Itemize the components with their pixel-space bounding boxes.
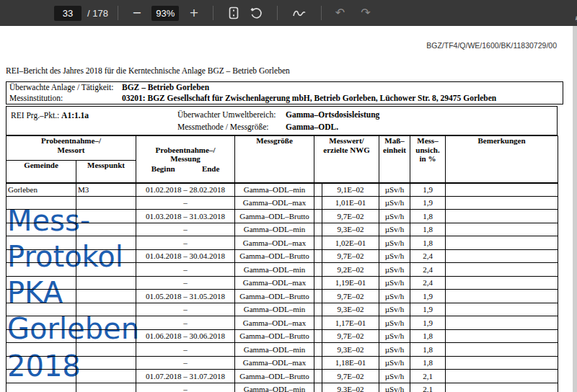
cell-messpunkt — [76, 370, 136, 383]
clipped-toolbar-icon[interactable]: ↯ — [574, 14, 577, 25]
cell-gemeinde — [6, 356, 76, 370]
header-bemerkungen: Bemerkungen — [446, 136, 558, 183]
cell-gemeinde — [6, 329, 76, 343]
cell-unsicherheit: 1,9 — [410, 196, 446, 210]
cell-gemeinde — [6, 316, 76, 330]
cell-gemeinde — [6, 370, 76, 383]
table-row: –Gamma–ODL–max1,19E–01µSv/h2,4 — [6, 276, 558, 290]
cell-messwert: 1,17E–01 — [322, 316, 379, 330]
prg-value: A1:1.1a — [61, 111, 89, 120]
cell-unsicherheit: 2,4 — [410, 276, 446, 290]
cell-messwert: 9,3E–02 — [322, 303, 379, 316]
header-probeentnahme-messort: Probeentnahme–/ Messort — [6, 136, 136, 161]
header-ende: Ende — [202, 164, 219, 174]
zoom-out-button[interactable]: − — [128, 4, 146, 22]
cell-lt — [314, 183, 322, 197]
cell-einheit: µSv/h — [379, 316, 410, 330]
cell-messwert: 9,7E–02 — [322, 249, 379, 263]
cell-unsicherheit: 2,4 — [410, 263, 446, 277]
header-messgroesse: Messgröße — [235, 136, 314, 183]
table-row: 01.05.2018 – 31.05.2018Gamma–ODL–Brutto9… — [6, 290, 558, 303]
rotate-counterclockwise-icon[interactable] — [245, 5, 268, 21]
zoom-in-button[interactable]: + — [185, 4, 203, 22]
cell-messpunkt — [76, 210, 136, 223]
header-messunsicherheit: Mess– unsich. in % — [410, 136, 446, 183]
page-number-input[interactable]: 33 — [54, 6, 82, 21]
cell-zeitraum: 01.06.2018 – 30.06.2018 — [136, 329, 235, 343]
header-messwert: Messwert/ erzielte NWG — [314, 136, 379, 183]
header-gemeinde: Gemeinde — [6, 161, 76, 183]
cell-gemeinde — [6, 290, 76, 303]
cell-messwert: 1,01E–01 — [322, 196, 379, 210]
cell-zeitraum: – — [136, 383, 235, 392]
fit-to-page-icon[interactable] — [223, 5, 245, 21]
cell-lt — [314, 196, 322, 210]
cell-gemeinde — [6, 263, 76, 277]
cell-zeitraum: 01.07.2018 – 31.07.2018 — [136, 370, 235, 383]
institution-value: 03201: BGZ Gesellschaft für Zwischenlage… — [122, 94, 496, 102]
cell-unsicherheit: 1,8 — [410, 210, 446, 223]
cell-unsicherheit: 2,1 — [410, 370, 446, 383]
viewer-gutter — [573, 26, 577, 392]
cell-einheit: µSv/h — [379, 370, 410, 383]
header-beginn: Beginn — [151, 164, 175, 174]
cell-lt — [314, 383, 322, 392]
umweltbereich-label: Überwachter Umweltbereich: — [177, 109, 286, 121]
cell-bemerkung — [446, 263, 558, 277]
table-row: –Gamma–ODL–min9,3E–02µSv/h1,8 — [6, 343, 558, 357]
cell-bemerkung — [446, 196, 558, 210]
cell-messgroesse: Gamma–ODL–min — [235, 183, 314, 197]
toolbar-divider — [213, 6, 213, 20]
cell-zeitraum: 01.05.2018 – 31.05.2018 — [136, 290, 235, 303]
cell-einheit: µSv/h — [379, 210, 410, 223]
cell-einheit: µSv/h — [379, 383, 410, 392]
table-row: –Gamma–ODL–min9,3E–02µSv/h2,1 — [6, 383, 558, 392]
cell-messgroesse: Gamma–ODL–max — [235, 276, 314, 290]
cell-bemerkung — [446, 329, 558, 343]
zoom-level-input[interactable]: 93% — [151, 6, 179, 21]
institution-label: Messinstitution: — [9, 93, 122, 104]
cell-lt — [314, 329, 322, 343]
cell-lt — [314, 316, 322, 330]
facility-info-box: Überwachte Anlage / Tätigkeit:BGZ – Betr… — [6, 81, 563, 104]
cell-bemerkung — [446, 383, 558, 392]
table-row: 01.06.2018 – 30.06.2018Gamma–ODL–Brutto9… — [6, 329, 558, 343]
annotate-draw-icon[interactable] — [287, 6, 312, 20]
table-row: –Gamma–ODL–min9,2E–02µSv/h2,4 — [6, 263, 558, 277]
cell-messpunkt — [76, 290, 136, 303]
cell-messwert: 9,2E–02 — [322, 263, 379, 277]
cell-messpunkt — [76, 276, 136, 290]
cell-messgroesse: Gamma–ODL–min — [235, 223, 314, 236]
cell-unsicherheit: 1,8 — [410, 236, 446, 250]
cell-unsicherheit: 1,9 — [410, 183, 446, 197]
cell-bemerkung — [446, 290, 558, 303]
table-row: GorlebenM301.02.2018 – 28.02.2018Gamma–O… — [6, 183, 558, 197]
cell-messgroesse: Gamma–ODL–max — [235, 236, 314, 250]
cell-messwert: 1,02E–01 — [322, 236, 379, 250]
header-messung-label: Probeentnahme–/ Messung — [156, 146, 216, 164]
cell-gemeinde — [6, 196, 76, 210]
cell-messpunkt — [76, 196, 136, 210]
cell-gemeinde — [6, 343, 76, 357]
table-row: –Gamma–ODL–min9,3E–02µSv/h1,9 — [6, 303, 558, 316]
cell-messgroesse: Gamma–ODL–max — [235, 356, 314, 370]
redo-button[interactable]: ↷ — [356, 4, 374, 22]
undo-button[interactable]: ↶ — [331, 4, 349, 22]
cell-zeitraum: – — [136, 343, 235, 357]
cell-messpunkt — [76, 343, 136, 357]
pdf-toolbar: 33 / 178 − 93% + ↶ ↷ ↯ — [0, 0, 577, 26]
cell-unsicherheit: 1,9 — [410, 290, 446, 303]
cell-messgroesse: Gamma–ODL–Brutto — [235, 210, 314, 223]
messmethode-value: Gamma–ODL. — [286, 122, 338, 131]
cell-messwert: 1,19E–01 — [322, 276, 379, 290]
cell-zeitraum: 01.04.2018 – 30.04.2018 — [136, 249, 235, 263]
cell-lt — [314, 276, 322, 290]
cell-bemerkung — [446, 223, 558, 236]
page-count-label: / 178 — [87, 8, 108, 19]
cell-einheit: µSv/h — [379, 263, 410, 277]
cell-gemeinde: Gorleben — [6, 183, 76, 197]
anlage-value: BGZ – Betrieb Gorleben — [122, 83, 209, 92]
cell-messgroesse: Gamma–ODL–min — [235, 303, 314, 316]
table-row: 01.03.2018 – 31.03.2018Gamma–ODL–Brutto9… — [6, 210, 558, 223]
cell-gemeinde — [6, 303, 76, 316]
